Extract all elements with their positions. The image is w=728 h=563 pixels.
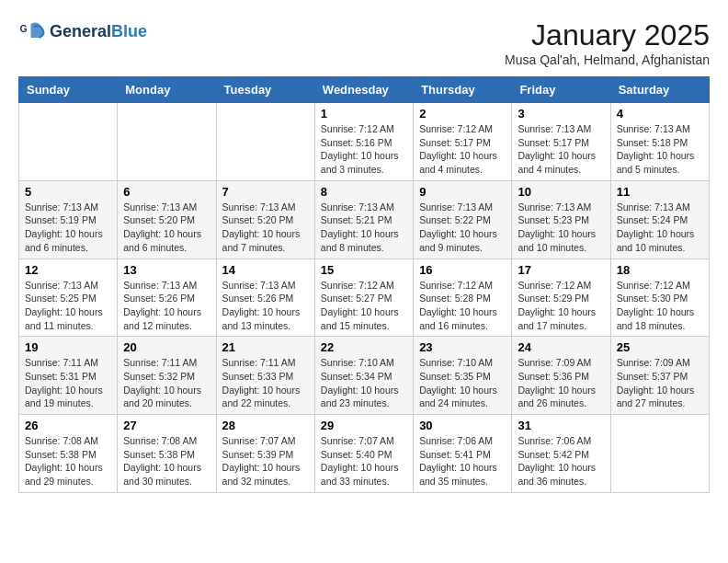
day-info: Sunrise: 7:11 AM Sunset: 5:32 PM Dayligh…: [123, 356, 210, 410]
calendar-cell: 29Sunrise: 7:07 AM Sunset: 5:40 PM Dayli…: [314, 415, 413, 493]
calendar-cell: 5Sunrise: 7:13 AM Sunset: 5:19 PM Daylig…: [19, 180, 118, 259]
weekday-header-tuesday: Tuesday: [216, 77, 314, 103]
day-number: 24: [518, 340, 604, 354]
calendar-cell: 19Sunrise: 7:11 AM Sunset: 5:31 PM Dayli…: [19, 337, 118, 415]
calendar-cell: 11Sunrise: 7:13 AM Sunset: 5:24 PM Dayli…: [610, 180, 709, 259]
day-number: 20: [123, 340, 210, 354]
day-info: Sunrise: 7:07 AM Sunset: 5:40 PM Dayligh…: [321, 434, 407, 488]
day-number: 29: [321, 419, 407, 432]
calendar-week-5: 26Sunrise: 7:08 AM Sunset: 5:38 PM Dayli…: [19, 415, 710, 493]
day-info: Sunrise: 7:12 AM Sunset: 5:27 PM Dayligh…: [321, 279, 407, 333]
svg-text:G: G: [20, 23, 28, 34]
calendar-cell: 25Sunrise: 7:09 AM Sunset: 5:37 PM Dayli…: [610, 337, 709, 415]
day-info: Sunrise: 7:13 AM Sunset: 5:23 PM Dayligh…: [518, 201, 604, 255]
day-number: 12: [25, 263, 111, 277]
weekday-header-monday: Monday: [118, 77, 216, 103]
weekday-header-thursday: Thursday: [414, 77, 512, 103]
page-header: G GeneralBlue January 2025 Musa Qal'ah, …: [18, 18, 710, 67]
logo-icon: G: [18, 18, 46, 46]
day-info: Sunrise: 7:11 AM Sunset: 5:33 PM Dayligh…: [222, 356, 309, 410]
calendar-cell: 22Sunrise: 7:10 AM Sunset: 5:34 PM Dayli…: [314, 337, 413, 415]
day-info: Sunrise: 7:08 AM Sunset: 5:38 PM Dayligh…: [25, 434, 111, 488]
day-info: Sunrise: 7:10 AM Sunset: 5:34 PM Dayligh…: [321, 356, 407, 410]
day-number: 26: [25, 419, 111, 432]
calendar-cell: 31Sunrise: 7:06 AM Sunset: 5:42 PM Dayli…: [512, 415, 610, 493]
day-number: 27: [123, 419, 210, 432]
day-number: 15: [321, 263, 407, 277]
weekday-header-sunday: Sunday: [19, 77, 118, 103]
day-number: 23: [419, 340, 506, 354]
day-info: Sunrise: 7:13 AM Sunset: 5:17 PM Dayligh…: [518, 122, 604, 177]
calendar-cell: 6Sunrise: 7:13 AM Sunset: 5:20 PM Daylig…: [118, 180, 216, 259]
calendar-cell: 14Sunrise: 7:13 AM Sunset: 5:26 PM Dayli…: [216, 259, 314, 337]
calendar-cell: 17Sunrise: 7:12 AM Sunset: 5:29 PM Dayli…: [512, 259, 610, 337]
day-number: 1: [321, 107, 407, 121]
location-subtitle: Musa Qal'ah, Helmand, Afghanistan: [505, 52, 710, 67]
day-info: Sunrise: 7:13 AM Sunset: 5:25 PM Dayligh…: [25, 279, 111, 333]
calendar-cell: 28Sunrise: 7:07 AM Sunset: 5:39 PM Dayli…: [216, 415, 314, 493]
day-number: 30: [419, 419, 506, 432]
day-info: Sunrise: 7:08 AM Sunset: 5:38 PM Dayligh…: [123, 434, 210, 488]
day-info: Sunrise: 7:09 AM Sunset: 5:37 PM Dayligh…: [617, 356, 703, 410]
day-number: 2: [419, 107, 506, 121]
day-number: 11: [617, 185, 703, 199]
day-info: Sunrise: 7:13 AM Sunset: 5:20 PM Dayligh…: [222, 201, 309, 255]
weekday-header-wednesday: Wednesday: [314, 77, 413, 103]
day-number: 8: [321, 185, 407, 199]
title-block: January 2025 Musa Qal'ah, Helmand, Afgha…: [505, 18, 710, 67]
day-info: Sunrise: 7:13 AM Sunset: 5:26 PM Dayligh…: [222, 279, 309, 333]
day-number: 25: [617, 340, 703, 354]
day-number: 18: [617, 263, 703, 277]
calendar-cell: 26Sunrise: 7:08 AM Sunset: 5:38 PM Dayli…: [19, 415, 118, 493]
day-number: 3: [518, 107, 604, 121]
calendar-cell: 1Sunrise: 7:12 AM Sunset: 5:16 PM Daylig…: [314, 103, 413, 181]
day-number: 19: [25, 340, 111, 354]
day-number: 13: [123, 263, 210, 277]
day-info: Sunrise: 7:06 AM Sunset: 5:42 PM Dayligh…: [518, 434, 604, 488]
calendar-cell: 7Sunrise: 7:13 AM Sunset: 5:20 PM Daylig…: [216, 180, 314, 259]
calendar-cell: 3Sunrise: 7:13 AM Sunset: 5:17 PM Daylig…: [512, 103, 610, 181]
day-number: 4: [617, 107, 703, 121]
day-number: 10: [518, 185, 604, 199]
calendar-cell: 13Sunrise: 7:13 AM Sunset: 5:26 PM Dayli…: [118, 259, 216, 337]
day-info: Sunrise: 7:07 AM Sunset: 5:39 PM Dayligh…: [222, 434, 309, 488]
weekday-header-saturday: Saturday: [610, 77, 709, 103]
day-info: Sunrise: 7:12 AM Sunset: 5:28 PM Dayligh…: [419, 279, 506, 333]
day-number: 17: [518, 263, 604, 277]
day-number: 21: [222, 340, 309, 354]
calendar-cell: 23Sunrise: 7:10 AM Sunset: 5:35 PM Dayli…: [414, 337, 512, 415]
day-info: Sunrise: 7:12 AM Sunset: 5:29 PM Dayligh…: [518, 279, 604, 333]
weekday-header-row: SundayMondayTuesdayWednesdayThursdayFrid…: [19, 77, 710, 103]
day-number: 16: [419, 263, 506, 277]
day-info: Sunrise: 7:09 AM Sunset: 5:36 PM Dayligh…: [518, 356, 604, 410]
month-title: January 2025: [505, 18, 710, 52]
calendar-cell: 20Sunrise: 7:11 AM Sunset: 5:32 PM Dayli…: [118, 337, 216, 415]
calendar-week-4: 19Sunrise: 7:11 AM Sunset: 5:31 PM Dayli…: [19, 337, 710, 415]
day-info: Sunrise: 7:13 AM Sunset: 5:22 PM Dayligh…: [419, 201, 506, 255]
calendar-cell: [19, 103, 118, 181]
calendar-cell: 21Sunrise: 7:11 AM Sunset: 5:33 PM Dayli…: [216, 337, 314, 415]
calendar-cell: 24Sunrise: 7:09 AM Sunset: 5:36 PM Dayli…: [512, 337, 610, 415]
day-info: Sunrise: 7:13 AM Sunset: 5:20 PM Dayligh…: [123, 201, 210, 255]
calendar-cell: [118, 103, 216, 181]
day-info: Sunrise: 7:12 AM Sunset: 5:17 PM Dayligh…: [419, 122, 506, 177]
day-info: Sunrise: 7:12 AM Sunset: 5:16 PM Dayligh…: [321, 122, 407, 177]
day-info: Sunrise: 7:10 AM Sunset: 5:35 PM Dayligh…: [419, 356, 506, 410]
day-number: 28: [222, 419, 309, 432]
calendar-cell: 16Sunrise: 7:12 AM Sunset: 5:28 PM Dayli…: [414, 259, 512, 337]
calendar-cell: 27Sunrise: 7:08 AM Sunset: 5:38 PM Dayli…: [118, 415, 216, 493]
day-info: Sunrise: 7:06 AM Sunset: 5:41 PM Dayligh…: [419, 434, 506, 488]
day-info: Sunrise: 7:13 AM Sunset: 5:26 PM Dayligh…: [123, 279, 210, 333]
calendar-week-1: 1Sunrise: 7:12 AM Sunset: 5:16 PM Daylig…: [19, 103, 710, 181]
logo-text: GeneralBlue: [50, 22, 147, 42]
calendar-cell: [216, 103, 314, 181]
calendar-cell: 10Sunrise: 7:13 AM Sunset: 5:23 PM Dayli…: [512, 180, 610, 259]
calendar-table: SundayMondayTuesdayWednesdayThursdayFrid…: [18, 76, 710, 493]
calendar-cell: [610, 415, 709, 493]
day-number: 14: [222, 263, 309, 277]
day-info: Sunrise: 7:13 AM Sunset: 5:18 PM Dayligh…: [617, 122, 703, 177]
day-info: Sunrise: 7:13 AM Sunset: 5:21 PM Dayligh…: [321, 201, 407, 255]
calendar-cell: 12Sunrise: 7:13 AM Sunset: 5:25 PM Dayli…: [19, 259, 118, 337]
day-info: Sunrise: 7:12 AM Sunset: 5:30 PM Dayligh…: [617, 279, 703, 333]
day-info: Sunrise: 7:13 AM Sunset: 5:19 PM Dayligh…: [25, 201, 111, 255]
